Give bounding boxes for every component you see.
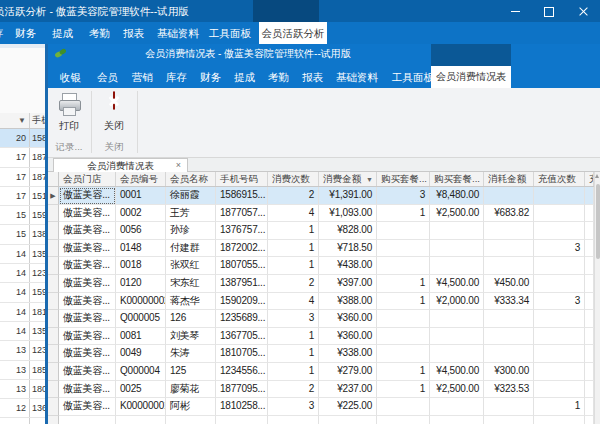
cell[interactable]: ¥279.00 (319, 363, 377, 381)
table-row[interactable]: 1415902 (0, 283, 45, 302)
table-row[interactable]: 1318070 (0, 380, 45, 399)
cell[interactable]: 傲蓝美容... (59, 345, 116, 363)
cell[interactable] (430, 222, 484, 240)
column-header[interactable]: 购买套餐... (430, 172, 484, 186)
cell[interactable]: 2 (268, 381, 319, 399)
column-header[interactable]: 消费次数 (268, 172, 319, 186)
menu-item[interactable]: 报表 (123, 22, 144, 44)
cell[interactable] (430, 310, 484, 328)
cell[interactable]: ¥2,500.00 (430, 381, 484, 399)
menu-item[interactable]: 基础资料 (157, 22, 199, 44)
cell[interactable]: 徐丽霞 (166, 187, 216, 205)
column-header[interactable]: 消费金额▼ (319, 172, 377, 186)
cell[interactable]: 付建群 (166, 240, 216, 258)
cell[interactable]: 0018 (116, 257, 166, 275)
close-icon[interactable] (570, 0, 596, 22)
menu-item[interactable]: 财务 (15, 22, 36, 44)
cell[interactable]: 傲蓝美容... (59, 398, 116, 416)
cell[interactable] (585, 363, 594, 381)
cell[interactable]: 126 (166, 310, 216, 328)
cell[interactable]: 阿彬 (166, 398, 216, 416)
table-row[interactable]: 1513879 (0, 225, 45, 244)
cell[interactable] (430, 257, 484, 275)
cell[interactable]: 1877095... (216, 381, 268, 399)
cell[interactable] (585, 398, 594, 416)
cell[interactable]: 0081 (116, 328, 166, 346)
table-row[interactable] (48, 416, 594, 424)
cell[interactable]: 1 (377, 363, 430, 381)
cell[interactable]: 4 (268, 293, 319, 311)
cell[interactable]: ¥683.82 (484, 205, 534, 223)
cell[interactable]: ¥360.00 (319, 310, 377, 328)
table-row[interactable]: 傲蓝美容...0148付建群1872002...1¥718.503 (48, 240, 594, 258)
cell[interactable]: ¥2,000.00 (430, 293, 484, 311)
cell[interactable] (585, 345, 594, 363)
scrollbar-thumb[interactable] (596, 184, 600, 259)
column-header[interactable]: 充 (585, 172, 594, 186)
cell[interactable]: ¥4,500.00 (430, 275, 484, 293)
cell[interactable] (585, 222, 594, 240)
cell[interactable]: 傲蓝美容... (59, 275, 116, 293)
cell[interactable]: 1810258... (216, 398, 268, 416)
cell[interactable]: K00000001 (116, 398, 166, 416)
cell[interactable]: 傲蓝美容... (59, 240, 116, 258)
cell[interactable] (585, 310, 594, 328)
cell[interactable] (377, 240, 430, 258)
cell[interactable] (585, 240, 594, 258)
cell[interactable]: 1235689... (216, 310, 268, 328)
cell[interactable]: 刘美琴 (166, 328, 216, 346)
cell[interactable]: 0025 (116, 381, 166, 399)
table-row[interactable]: 1418102 (0, 303, 45, 322)
cell[interactable] (319, 416, 377, 424)
cell[interactable]: 1 (534, 398, 585, 416)
cell[interactable] (534, 257, 585, 275)
cell[interactable]: 1877057... (216, 205, 268, 223)
table-row[interactable]: 1515975 (0, 206, 45, 225)
menu-item[interactable]: 会员 (97, 66, 118, 88)
cell[interactable] (377, 398, 430, 416)
cell[interactable] (534, 222, 585, 240)
table-row[interactable]: 1718720 (0, 168, 45, 187)
cell[interactable] (585, 293, 594, 311)
inner-menu-active-tab[interactable]: 会员消费情况表 (431, 66, 511, 88)
table-row[interactable]: 1318565 (0, 361, 45, 380)
cell[interactable]: 廖菊花 (166, 381, 216, 399)
cell[interactable]: 蒋杰华 (166, 293, 216, 311)
cell[interactable]: 傲蓝美容... (59, 310, 116, 328)
cell[interactable] (484, 187, 534, 205)
cell[interactable]: 1 (377, 275, 430, 293)
cell[interactable]: 孙珍 (166, 222, 216, 240)
cell[interactable]: ¥450.00 (484, 275, 534, 293)
cell[interactable]: ¥4,500.00 (430, 363, 484, 381)
cell[interactable]: ¥1,093.00 (319, 205, 377, 223)
menu-item[interactable]: 考勤 (268, 66, 289, 88)
cell[interactable] (534, 363, 585, 381)
cell[interactable] (166, 416, 216, 424)
cell[interactable]: 1 (268, 240, 319, 258)
cell[interactable]: 0120 (116, 275, 166, 293)
cell[interactable]: 1 (377, 205, 430, 223)
cell[interactable] (534, 328, 585, 346)
cell[interactable]: Q000005 (116, 310, 166, 328)
column-header[interactable]: 会员名称 (166, 172, 216, 186)
menu-item[interactable]: 营销 (132, 66, 153, 88)
minimize-icon[interactable] (502, 0, 528, 22)
vertical-scrollbar[interactable] (594, 172, 600, 424)
table-row[interactable]: 傲蓝美容...0018张双红1807055...1¥438.00 (48, 257, 594, 275)
sort-desc-icon[interactable]: ▼ (0, 113, 30, 128)
bg-menu-active-tab[interactable]: 会员活跃分析 (259, 22, 327, 44)
close-report-button[interactable]: 关闭 (94, 92, 134, 136)
cell[interactable]: 傲蓝美容... (59, 257, 116, 275)
cell[interactable]: 0049 (116, 345, 166, 363)
cell[interactable] (534, 275, 585, 293)
cell[interactable] (484, 345, 534, 363)
table-row[interactable]: 1715170 (0, 187, 45, 206)
cell[interactable]: 1 (268, 363, 319, 381)
menu-item[interactable]: 工具面板 (392, 66, 434, 88)
cell[interactable]: 0002 (116, 205, 166, 223)
menu-item[interactable]: 收银 (60, 66, 81, 88)
cell[interactable] (377, 310, 430, 328)
cell[interactable] (377, 328, 430, 346)
cell[interactable]: 1586915... (216, 187, 268, 205)
column-header[interactable]: 手机号码 (216, 172, 268, 186)
